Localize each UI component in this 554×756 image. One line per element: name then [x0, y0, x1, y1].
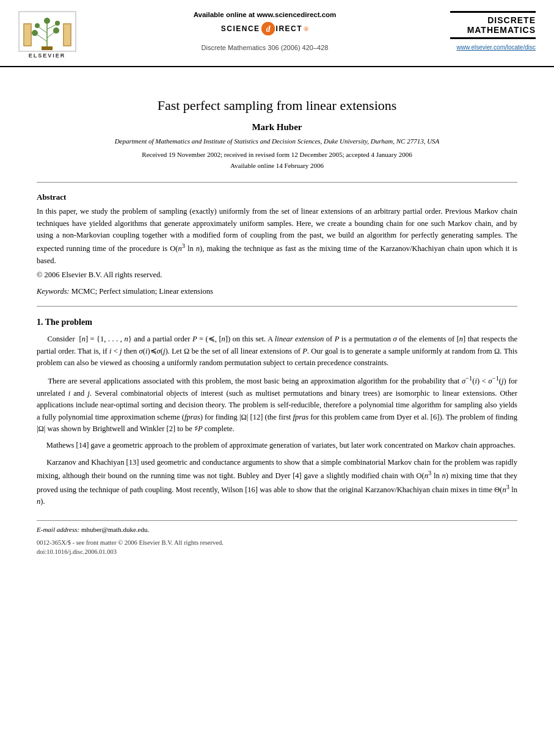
header-right: DISCRETE MATHEMATICS www.elsevier.com/lo… [450, 11, 536, 51]
issn-line: 0012-365X/$ - see front matter © 2006 El… [37, 538, 517, 548]
section-label: The problem [45, 318, 92, 327]
dates-text: Received 19 November 2002; received in r… [142, 151, 412, 158]
svg-text:d: d [266, 24, 271, 34]
svg-rect-13 [24, 24, 31, 45]
footer-email: E-mail address: mhuber@math.duke.edu. [37, 526, 517, 533]
paragraph-2: There are several applications associate… [37, 374, 517, 435]
paragraph-3: Mathews [14] gave a geometric approach t… [37, 440, 517, 451]
abstract-divider [37, 306, 517, 307]
sd-text1: SCIENCE [221, 24, 260, 33]
svg-point-8 [35, 23, 40, 28]
abstract-body: In this paper, we study the problem of s… [37, 207, 517, 265]
section-number: 1. [37, 318, 45, 327]
journal-name-line1: DISCRETE [450, 15, 536, 25]
svg-rect-15 [64, 24, 70, 45]
main-content: Fast perfect sampling from linear extens… [0, 67, 554, 569]
paragraph-4: Karzanov and Khachiyan [13] used geometr… [37, 457, 517, 508]
journal-name-box: DISCRETE MATHEMATICS [450, 11, 536, 39]
footer-divider [37, 520, 517, 521]
title-section: Fast perfect sampling from linear extens… [37, 98, 517, 171]
svg-line-2 [37, 34, 47, 42]
sd-icon: d [261, 22, 275, 35]
copyright-text: © 2006 Elsevier B.V. All rights reserved… [37, 271, 517, 280]
svg-line-3 [47, 32, 55, 38]
section-1-title: 1. The problem [37, 318, 517, 327]
footer-issn: 0012-365X/$ - see front matter © 2006 El… [37, 538, 517, 558]
sd-text2: IRECT [276, 24, 303, 33]
page: ELSEVIER Available online at www.science… [0, 0, 554, 756]
author-name: Mark Huber [37, 122, 517, 133]
journal-name-line2: MATHEMATICS [450, 25, 536, 35]
email-label: E-mail address: [37, 526, 79, 533]
svg-point-6 [32, 30, 38, 36]
abstract-section: Abstract In this paper, we study the pro… [37, 192, 517, 280]
keywords-values: MCMC; Perfect simulation; Linear extensi… [71, 287, 213, 296]
svg-point-7 [53, 27, 59, 34]
sd-dot: ® [304, 25, 308, 32]
sciencedirect-logo: SCIENCE d IRECT ® [221, 22, 309, 35]
svg-text:ELSEVIER: ELSEVIER [29, 53, 66, 59]
doi-line: doi:10.1016/j.disc.2006.01.003 [37, 547, 517, 557]
keywords-section: Keywords: MCMC; Perfect simulation; Line… [37, 287, 517, 296]
elsevier-url: www.elsevier.com/locate/disc [457, 44, 536, 51]
elsevier-logo: ELSEVIER [18, 11, 76, 60]
header-center: Available online at www.sciencedirect.co… [86, 11, 444, 51]
paper-title: Fast perfect sampling from linear extens… [37, 98, 517, 114]
affiliation: Department of Mathematics and Institute … [37, 137, 517, 145]
journal-info: Discrete Mathematics 306 (2006) 420–428 [202, 44, 329, 51]
svg-rect-11 [42, 46, 53, 50]
elsevier-logo-section: ELSEVIER [18, 11, 79, 60]
abstract-title: Abstract [37, 192, 517, 202]
title-divider [37, 182, 517, 183]
header: ELSEVIER Available online at www.science… [0, 0, 554, 67]
available-online-text: Available online at www.sciencedirect.co… [194, 11, 337, 18]
svg-point-10 [44, 18, 50, 24]
svg-line-4 [38, 27, 47, 33]
available-online-date: Available online 14 February 2006 [230, 162, 324, 169]
received-dates: Received 19 November 2002; received in r… [37, 150, 517, 171]
paragraph-1: Consider [n] = {1, . . . , n} and a part… [37, 333, 517, 369]
svg-point-9 [55, 21, 60, 26]
abstract-text: In this paper, we study the problem of s… [37, 206, 517, 267]
email-value: mhuber@math.duke.edu. [81, 526, 149, 533]
keywords-label: Keywords: [37, 287, 71, 296]
section-1: 1. The problem Consider [n] = {1, . . . … [37, 318, 517, 507]
